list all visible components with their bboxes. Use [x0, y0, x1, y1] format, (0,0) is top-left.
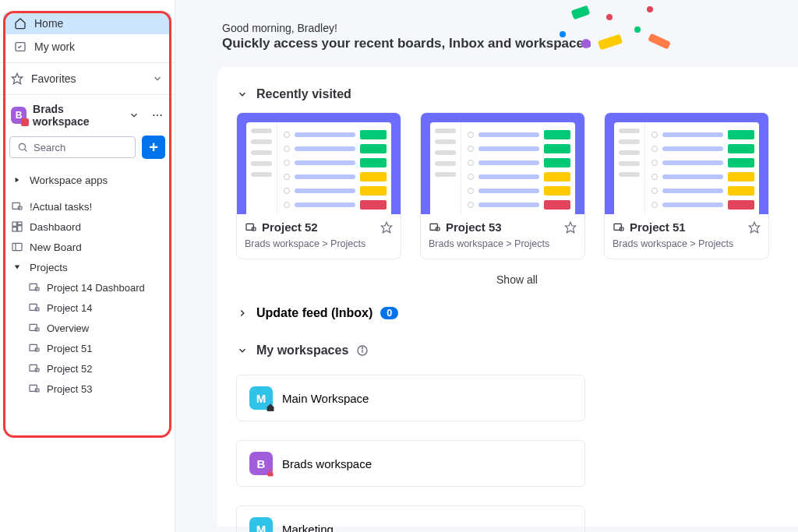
workspace-card[interactable]: BBrads workspace [236, 440, 585, 487]
tree-project-item[interactable]: Overview [0, 318, 175, 338]
card-path: Brads workspace > Projects [429, 238, 577, 249]
svg-marker-42 [565, 222, 575, 232]
recent-card[interactable]: Project 52Brads workspace > Projects [236, 112, 401, 259]
workspace-avatar: M [249, 517, 273, 532]
svg-point-35 [647, 6, 653, 12]
search-icon [16, 141, 29, 153]
add-button[interactable]: + [142, 136, 165, 159]
nav-home-label: Home [34, 17, 63, 30]
tree-item-newboard[interactable]: New Board [0, 237, 175, 257]
chevron-down-icon[interactable] [128, 109, 140, 122]
workspace-header[interactable]: B Brads workspace [0, 95, 175, 136]
nav-favorites-label: Favorites [31, 72, 76, 85]
subtitle: Quickly access your recent boards, Inbox… [222, 36, 767, 51]
svg-marker-1 [12, 73, 22, 83]
board-lock-icon [613, 221, 625, 234]
tree-project-item[interactable]: Project 14 [0, 298, 175, 318]
workspace-avatar: M [249, 386, 273, 410]
chevron-down-icon [236, 88, 249, 100]
recent-card[interactable]: Project 53Brads workspace > Projects [420, 112, 585, 259]
show-all-link[interactable]: Show all [236, 259, 798, 300]
tree-project-item[interactable]: Project 14 Dashboard [0, 277, 175, 298]
tree-label: Projects [30, 262, 68, 273]
board-lock-icon [28, 362, 41, 375]
star-icon [11, 72, 23, 85]
svg-rect-14 [12, 243, 22, 250]
svg-rect-33 [598, 34, 623, 51]
card-path: Brads workspace > Projects [613, 238, 761, 249]
home-icon [14, 17, 26, 30]
svg-point-5 [19, 143, 25, 150]
card-thumbnail [421, 113, 584, 214]
board-lock-icon [28, 322, 41, 334]
section-workspaces[interactable]: My workspaces [236, 342, 798, 368]
card-thumbnail [237, 113, 401, 214]
nav-mywork-label: My work [34, 41, 75, 53]
card-thumbnail [605, 113, 768, 214]
workspace-label: Main Workspace [282, 392, 369, 405]
svg-rect-10 [12, 222, 16, 226]
search-input[interactable]: Search [9, 136, 136, 158]
nav-favorites[interactable]: Favorites [0, 66, 175, 91]
svg-rect-49 [268, 473, 274, 477]
checklist-icon [14, 41, 26, 53]
board-lock-icon [11, 200, 23, 213]
workspace-card[interactable]: MMain Workspace [236, 375, 585, 421]
board-icon [11, 241, 23, 253]
section-inbox[interactable]: Update feed (Inbox) 0 [236, 300, 798, 326]
star-icon[interactable] [748, 221, 761, 234]
svg-rect-29 [571, 5, 591, 20]
tree-project-item[interactable]: Project 52 [0, 358, 175, 379]
tree-item-projects[interactable]: Projects [0, 257, 175, 277]
chevron-down-icon [236, 344, 249, 357]
tree-label: Project 14 Dashboard [47, 282, 145, 294]
confetti-decoration [556, 3, 681, 58]
svg-line-6 [24, 149, 26, 151]
section-title: Update feed (Inbox) [256, 306, 373, 320]
dashboard-icon [11, 220, 23, 233]
svg-marker-16 [15, 266, 19, 270]
card-path: Brads workspace > Projects [245, 238, 393, 249]
svg-point-4 [161, 115, 162, 116]
nav-mywork[interactable]: My work [3, 36, 171, 58]
tree-workspace-apps-label: Workspace apps [30, 174, 108, 186]
svg-point-48 [362, 347, 363, 348]
tree-workspace-apps[interactable]: Workspace apps [0, 170, 175, 190]
caret-down-icon [11, 261, 23, 273]
section-recent[interactable]: Recently visited [236, 86, 798, 112]
chevron-down-icon [151, 72, 164, 85]
tree-project-item[interactable]: Project 53 [0, 379, 175, 399]
star-icon[interactable] [564, 221, 577, 234]
workspace-badge: B [11, 107, 26, 124]
info-icon[interactable] [356, 344, 369, 357]
tree-label: Dashbaord [30, 221, 81, 233]
board-lock-icon [28, 342, 41, 354]
section-title: Recently visited [256, 87, 351, 101]
caret-right-icon [11, 174, 23, 186]
tree-label: New Board [30, 241, 82, 253]
board-lock-icon [28, 301, 41, 314]
main: Good morning, Bradley! Quickly access yo… [175, 0, 798, 532]
tree-label: Project 51 [47, 343, 93, 354]
workspace-card[interactable]: MMarketing [236, 506, 585, 532]
tree-item-dashboard[interactable]: Dashbaord [0, 217, 175, 237]
board-lock-icon [429, 221, 441, 234]
search-placeholder: Search [34, 142, 65, 153]
svg-rect-13 [12, 227, 16, 231]
nav-home[interactable]: Home [3, 12, 171, 34]
tree-label: Project 53 [47, 383, 93, 395]
svg-point-32 [581, 39, 591, 48]
more-icon[interactable] [151, 109, 164, 122]
chevron-right-icon [236, 307, 249, 319]
svg-point-3 [157, 115, 158, 116]
tree-project-item[interactable]: Project 51 [0, 338, 175, 358]
workspace-label: Marketing [282, 523, 334, 533]
tree-label: Overview [47, 322, 89, 334]
star-icon[interactable] [380, 221, 393, 234]
recent-card[interactable]: Project 51Brads workspace > Projects [604, 112, 769, 259]
board-lock-icon [245, 221, 257, 234]
sidebar: Home My work Favorites [0, 0, 175, 532]
tree-item-actual[interactable]: !Actual tasks! [0, 196, 175, 217]
svg-marker-7 [16, 178, 19, 182]
svg-point-30 [560, 31, 566, 37]
